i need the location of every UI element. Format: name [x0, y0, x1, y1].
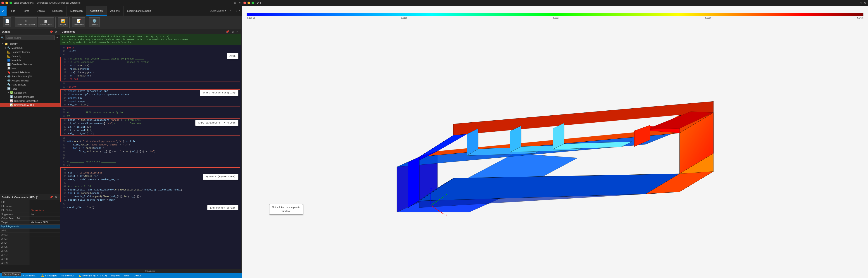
solution-info-icon: ℹ️	[10, 95, 13, 98]
menu-tab-automation[interactable]: Automation	[66, 6, 87, 16]
project-icon: 📁	[4, 42, 8, 45]
color-max-label: 0.0475	[857, 17, 864, 19]
tree-arrow: ▼	[4, 47, 6, 49]
outline-search-input[interactable]	[5, 35, 55, 40]
outline-pin-btn[interactable]: 📌	[49, 30, 54, 34]
tree-item-model[interactable]: ▼ 🔧 Model (A4)	[0, 46, 60, 50]
tree-item-static[interactable]: ▼ ⚙️ Static Structural (A5)	[0, 74, 60, 79]
details-close-btn[interactable]: ✕	[54, 195, 58, 199]
tree-label-model: Model (A4)	[11, 47, 23, 49]
tree-label-force: Force	[11, 88, 18, 90]
options-btn[interactable]: ⚙️ Options	[89, 18, 100, 27]
tree-item-fixed-support[interactable]: 🔩 Fixed Support	[0, 83, 60, 87]
tree-arrow: ▼	[4, 75, 6, 78]
tree-item-commands-apdl[interactable]: 📝 Commands (APDL)	[0, 103, 60, 107]
images-btn[interactable]: 🖼️ Images	[58, 18, 68, 27]
code-panel-close-btn[interactable]: ✕	[235, 30, 239, 33]
right-win-max[interactable]	[252, 2, 254, 4]
quick-launch[interactable]: Quick Launch ▼	[210, 9, 227, 12]
details-row-arg6: ARG6	[0, 249, 60, 253]
tree-item-solution-info[interactable]: ℹ️ Solution Information	[0, 95, 60, 99]
tree-item-dir-deform[interactable]: 📈 Directional Deformation	[0, 99, 60, 103]
maximize-main-icon[interactable]: □	[236, 9, 237, 12]
right-win-close[interactable]	[243, 2, 246, 4]
details-row-suppressed: Suppressed No	[0, 212, 60, 216]
viewport-pin-btn[interactable]: ─	[855, 1, 858, 5]
menu-tab-selection[interactable]: Selection	[49, 6, 66, 16]
section-plane-btn[interactable]: ▣ Section Plane	[38, 18, 54, 27]
fixed-support-icon: 🔩	[7, 83, 11, 86]
close-icon[interactable]: ✕	[239, 2, 241, 4]
dir-deform-icon: 📈	[10, 99, 13, 102]
metric-icon: 📐	[79, 274, 82, 277]
geometry-label: Geometry	[146, 270, 155, 272]
status-rads: rad/s	[124, 274, 129, 277]
code-line-29: 29 ##	[60, 114, 241, 118]
section-planes-btn[interactable]: Section Planes	[2, 272, 21, 273]
code-line-51: 51 for i in range(0,nnode_):	[61, 192, 240, 195]
details-row-arg8: ARG8	[0, 257, 60, 261]
code-line-11: 11 ,list	[60, 50, 241, 53]
search-dropdown-btn[interactable]: ▼	[55, 36, 59, 39]
tree-item-mesh[interactable]: 🔲 Mesh	[0, 66, 60, 70]
tree-item-geoimports[interactable]: 📐 Geometry Imports	[0, 50, 60, 54]
outline-close-btn[interactable]: ✕	[54, 30, 58, 34]
tree-item-force[interactable]: ➡️ Force	[0, 87, 60, 91]
viewport-area[interactable]: -5.12e-05 0.0118 0.0237 0.0356 0.0475	[242, 6, 868, 278]
search-icon: 🔍	[1, 36, 4, 39]
tree-item-materials[interactable]: 🟦 Materials	[0, 58, 60, 62]
right-win-min[interactable]	[247, 2, 250, 4]
tree-item-geometry[interactable]: 📐 Geometry	[0, 54, 60, 58]
win-max-btn[interactable]	[9, 2, 12, 4]
code-line-43: 43 ##	[60, 163, 241, 167]
menu-tab-file[interactable]: File	[7, 6, 19, 16]
minimize-icon[interactable]: ─	[229, 2, 231, 4]
tree-label-analysis-settings: Analysis Settings	[11, 80, 29, 82]
outline-tree: ▼ 📁 Project** ▼ 🔧 Model (A4) 📐 Geometry …	[0, 41, 60, 194]
menu-tab-home[interactable]: Home	[19, 6, 33, 16]
viewport-close-btn[interactable]: ✕	[863, 1, 867, 5]
win-close-btn[interactable]	[1, 2, 4, 4]
tree-item-project[interactable]: ▼ 📁 Project**	[0, 42, 60, 46]
details-title: Details of 'Commands (APDL)'	[2, 196, 37, 198]
code-line-10: 10 paste	[60, 46, 241, 50]
svg-text:X: X	[445, 213, 448, 217]
apdl-params-callout: APDL parameters -> Python	[195, 120, 239, 126]
details-pin-btn[interactable]: 📌	[49, 195, 54, 199]
tree-item-solution[interactable]: ▼ ✅ Solution (A6)	[0, 91, 60, 95]
code-line-50: 50 result_field= dpf.fields_factory.crea…	[61, 188, 240, 192]
menu-tab-display[interactable]: Display	[33, 6, 49, 16]
help-icon[interactable]: ?	[229, 9, 231, 12]
win-min-btn[interactable]	[5, 2, 8, 4]
code-panel-pin-btn[interactable]: 📌	[225, 30, 230, 33]
tree-item-analysis-settings[interactable]: ⚙️ Analysis Settings	[0, 79, 60, 83]
tree-item-coordsys[interactable]: 📊 Coordinate Systems	[0, 62, 60, 66]
new-btn[interactable]: 📄 New	[3, 18, 11, 27]
annotation-btn[interactable]: 📝 Annotation	[72, 18, 85, 27]
minimize-main-icon[interactable]: ─	[233, 9, 235, 12]
static-icon: ⚙️	[7, 75, 11, 78]
tree-label-geometry: Geometry	[11, 55, 22, 58]
viewport-max-btn[interactable]: □	[859, 1, 862, 5]
menu-tab-learning[interactable]: Learning and Support	[124, 6, 155, 16]
tree-label-commands-apdl: Commands (APDL)	[14, 104, 34, 106]
tree-label-project: Project**	[9, 43, 18, 45]
menu-tab-commands[interactable]: Commands	[86, 6, 106, 16]
details-table: File File Name File Status File not foun…	[0, 200, 60, 271]
menu-tab-addons[interactable]: Add-ons	[107, 6, 124, 16]
solution-icon: ✅	[10, 91, 13, 94]
coord-btn[interactable]: ⊕ Coordinate Systems	[15, 18, 37, 27]
pydpf-block: 44 45 rst = r'C:\temp\file.rst' 46	[60, 167, 240, 202]
code-scroll-area[interactable]: 10 paste 11 ,list 12	[60, 45, 241, 269]
mesh-icon: 🔲	[7, 67, 11, 70]
tree-item-namedsel[interactable]: 🔖 Named Selections	[0, 70, 60, 74]
maximize-icon[interactable]: □	[235, 2, 236, 4]
status-selection: No Selection	[62, 274, 74, 277]
details-row-arg3: ARG3	[0, 237, 60, 241]
close-main-icon[interactable]: ✕	[239, 9, 241, 12]
svg-text:Y: Y	[445, 192, 448, 196]
details-row-arg1: ARG1	[0, 229, 60, 233]
tree-label-solution: Solution (A6)	[14, 92, 27, 94]
code-line-48: 48	[61, 181, 240, 185]
code-panel-float-btn[interactable]: ⊡	[231, 30, 235, 33]
